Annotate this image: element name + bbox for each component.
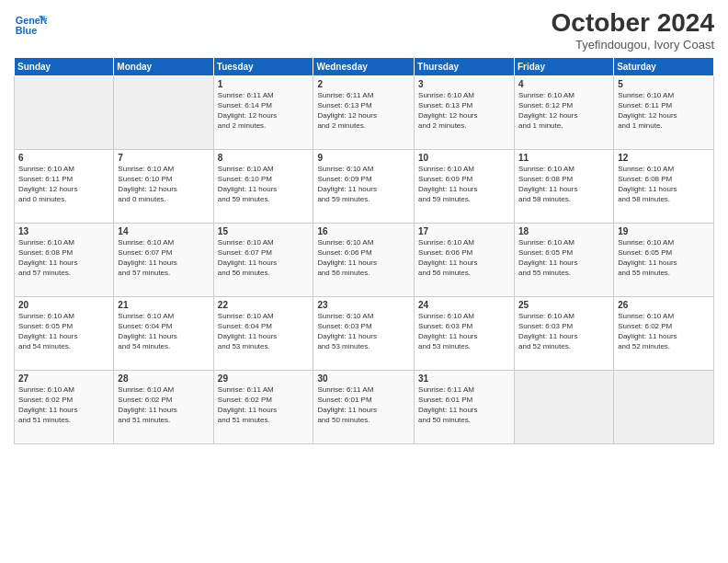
calendar-week-row: 6Sunrise: 6:10 AM Sunset: 6:11 PM Daylig… [15,149,714,223]
day-info: Sunrise: 6:11 AM Sunset: 6:01 PM Dayligh… [418,385,510,426]
table-row: 13Sunrise: 6:10 AM Sunset: 6:08 PM Dayli… [15,223,114,296]
day-info: Sunrise: 6:10 AM Sunset: 6:02 PM Dayligh… [618,311,710,352]
table-row: 30Sunrise: 6:11 AM Sunset: 6:01 PM Dayli… [313,370,415,443]
day-number: 8 [218,153,310,163]
table-row [15,75,114,149]
day-number: 30 [317,373,410,384]
day-number: 13 [18,226,109,236]
header-wednesday: Wednesday [313,57,415,75]
day-number: 3 [418,79,510,89]
day-number: 22 [218,300,310,310]
table-row: 18Sunrise: 6:10 AM Sunset: 6:05 PM Dayli… [514,223,613,296]
day-number: 16 [317,226,410,236]
table-row: 9Sunrise: 6:10 AM Sunset: 6:09 PM Daylig… [313,149,415,223]
day-info: Sunrise: 6:10 AM Sunset: 6:02 PM Dayligh… [118,385,209,426]
day-number: 18 [518,226,609,236]
day-number: 28 [118,373,209,384]
day-info: Sunrise: 6:10 AM Sunset: 6:06 PM Dayligh… [418,237,510,279]
table-row: 28Sunrise: 6:10 AM Sunset: 6:02 PM Dayli… [114,370,213,443]
table-row [514,370,613,443]
calendar-week-row: 20Sunrise: 6:10 AM Sunset: 6:05 PM Dayli… [15,296,714,370]
day-info: Sunrise: 6:10 AM Sunset: 6:05 PM Dayligh… [18,311,109,352]
day-info: Sunrise: 6:11 AM Sunset: 6:01 PM Dayligh… [317,385,410,426]
day-info: Sunrise: 6:10 AM Sunset: 6:10 PM Dayligh… [118,164,209,205]
header: General Blue October 2024 Tyefindougou, … [14,9,714,52]
day-number: 27 [18,373,109,384]
table-row: 16Sunrise: 6:10 AM Sunset: 6:06 PM Dayli… [313,223,415,296]
day-number: 15 [218,226,310,236]
table-row: 26Sunrise: 6:10 AM Sunset: 6:02 PM Dayli… [614,296,714,370]
calendar-header-row: Sunday Monday Tuesday Wednesday Thursday… [15,57,714,75]
day-info: Sunrise: 6:10 AM Sunset: 6:09 PM Dayligh… [317,164,410,205]
table-row: 19Sunrise: 6:10 AM Sunset: 6:05 PM Dayli… [614,223,714,296]
day-info: Sunrise: 6:10 AM Sunset: 6:06 PM Dayligh… [317,237,410,279]
table-row: 29Sunrise: 6:11 AM Sunset: 6:02 PM Dayli… [213,370,313,443]
day-number: 4 [518,79,609,89]
day-info: Sunrise: 6:11 AM Sunset: 6:02 PM Dayligh… [218,385,310,426]
day-number: 14 [118,226,209,236]
day-info: Sunrise: 6:10 AM Sunset: 6:07 PM Dayligh… [118,237,209,279]
day-info: Sunrise: 6:10 AM Sunset: 6:08 PM Dayligh… [618,164,710,205]
day-number: 20 [18,300,109,310]
day-number: 5 [618,79,710,89]
table-row: 4Sunrise: 6:10 AM Sunset: 6:12 PM Daylig… [514,75,613,149]
day-number: 31 [418,373,510,384]
table-row: 5Sunrise: 6:10 AM Sunset: 6:11 PM Daylig… [614,75,714,149]
table-row: 24Sunrise: 6:10 AM Sunset: 6:03 PM Dayli… [415,296,515,370]
day-info: Sunrise: 6:10 AM Sunset: 6:04 PM Dayligh… [218,311,310,352]
table-row: 20Sunrise: 6:10 AM Sunset: 6:05 PM Dayli… [15,296,114,370]
table-row: 27Sunrise: 6:10 AM Sunset: 6:02 PM Dayli… [15,370,114,443]
table-row: 22Sunrise: 6:10 AM Sunset: 6:04 PM Dayli… [213,296,313,370]
table-row: 2Sunrise: 6:11 AM Sunset: 6:13 PM Daylig… [313,75,415,149]
day-info: Sunrise: 6:10 AM Sunset: 6:11 PM Dayligh… [18,164,109,205]
table-row: 8Sunrise: 6:10 AM Sunset: 6:10 PM Daylig… [213,149,313,223]
day-info: Sunrise: 6:10 AM Sunset: 6:13 PM Dayligh… [418,90,510,132]
day-number: 23 [317,300,410,310]
table-row: 21Sunrise: 6:10 AM Sunset: 6:04 PM Dayli… [114,296,213,370]
header-thursday: Thursday [415,57,515,75]
calendar-week-row: 1Sunrise: 6:11 AM Sunset: 6:14 PM Daylig… [15,75,714,149]
table-row: 6Sunrise: 6:10 AM Sunset: 6:11 PM Daylig… [15,149,114,223]
table-row: 3Sunrise: 6:10 AM Sunset: 6:13 PM Daylig… [415,75,515,149]
header-sunday: Sunday [15,57,114,75]
day-info: Sunrise: 6:10 AM Sunset: 6:07 PM Dayligh… [218,237,310,279]
day-info: Sunrise: 6:10 AM Sunset: 6:03 PM Dayligh… [518,311,609,352]
day-number: 1 [218,79,310,89]
day-info: Sunrise: 6:10 AM Sunset: 6:11 PM Dayligh… [618,90,710,132]
day-info: Sunrise: 6:10 AM Sunset: 6:02 PM Dayligh… [18,385,109,426]
day-number: 25 [518,300,609,310]
day-number: 17 [418,226,510,236]
table-row: 23Sunrise: 6:10 AM Sunset: 6:03 PM Dayli… [313,296,415,370]
month-title: October 2024 [552,9,714,38]
table-row: 15Sunrise: 6:10 AM Sunset: 6:07 PM Dayli… [213,223,313,296]
day-number: 12 [618,153,710,163]
day-info: Sunrise: 6:10 AM Sunset: 6:10 PM Dayligh… [218,164,310,205]
header-monday: Monday [114,57,213,75]
calendar-week-row: 13Sunrise: 6:10 AM Sunset: 6:08 PM Dayli… [15,223,714,296]
table-row [114,75,213,149]
table-row: 10Sunrise: 6:10 AM Sunset: 6:09 PM Dayli… [415,149,515,223]
header-friday: Friday [514,57,613,75]
calendar-week-row: 27Sunrise: 6:10 AM Sunset: 6:02 PM Dayli… [15,370,714,443]
day-number: 11 [518,153,609,163]
table-row: 12Sunrise: 6:10 AM Sunset: 6:08 PM Dayli… [614,149,714,223]
day-info: Sunrise: 6:10 AM Sunset: 6:03 PM Dayligh… [317,311,410,352]
day-number: 7 [118,153,209,163]
day-number: 21 [118,300,209,310]
header-tuesday: Tuesday [213,57,313,75]
logo-icon: General Blue [14,9,47,42]
day-info: Sunrise: 6:10 AM Sunset: 6:03 PM Dayligh… [418,311,510,352]
table-row: 25Sunrise: 6:10 AM Sunset: 6:03 PM Dayli… [514,296,613,370]
table-row: 17Sunrise: 6:10 AM Sunset: 6:06 PM Dayli… [415,223,515,296]
day-number: 19 [618,226,710,236]
day-info: Sunrise: 6:10 AM Sunset: 6:12 PM Dayligh… [518,90,609,132]
page: General Blue October 2024 Tyefindougou, … [0,0,728,563]
table-row: 11Sunrise: 6:10 AM Sunset: 6:08 PM Dayli… [514,149,613,223]
location-title: Tyefindougou, Ivory Coast [552,38,714,52]
day-info: Sunrise: 6:10 AM Sunset: 6:05 PM Dayligh… [618,237,710,279]
day-info: Sunrise: 6:10 AM Sunset: 6:09 PM Dayligh… [418,164,510,205]
day-info: Sunrise: 6:11 AM Sunset: 6:14 PM Dayligh… [218,90,310,132]
day-number: 10 [418,153,510,163]
day-info: Sunrise: 6:11 AM Sunset: 6:13 PM Dayligh… [317,90,410,132]
day-info: Sunrise: 6:10 AM Sunset: 6:04 PM Dayligh… [118,311,209,352]
